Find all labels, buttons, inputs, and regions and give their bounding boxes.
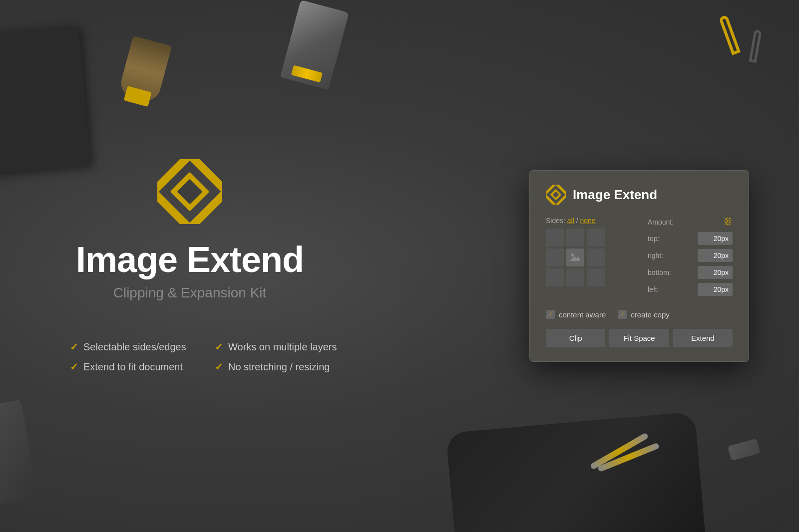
sides-section: Sides: all / none xyxy=(546,217,636,300)
side-cell-br[interactable] xyxy=(587,268,605,286)
brand-section: Image Extend Clipping & Expansion Kit ✓ … xyxy=(40,159,340,373)
side-cell-center xyxy=(566,249,584,266)
feature-item-2: ✓ Works on multiple layers xyxy=(215,341,340,353)
side-cell-bl[interactable] xyxy=(546,268,564,286)
amount-label: Amount: xyxy=(648,218,674,226)
feature-text-2: Works on multiple layers xyxy=(228,341,337,353)
feature-item-3: ✓ Extend to fit document xyxy=(70,361,195,373)
svg-point-8 xyxy=(571,254,574,257)
extend-button[interactable]: Extend xyxy=(673,329,733,347)
amount-section: Amount: ⛓ top: right: bottom: xyxy=(648,217,733,300)
link-chain-icon[interactable]: ⛓ xyxy=(724,217,733,227)
create-copy-item: ✓ create copy xyxy=(618,310,670,319)
app-subtitle: Clipping & Expansion Kit xyxy=(113,285,267,301)
checkboxes-row: ✓ content aware ✓ create copy xyxy=(546,310,733,319)
main-content: Image Extend Clipping & Expansion Kit ✓ … xyxy=(0,0,799,532)
side-cell-tc[interactable] xyxy=(566,229,584,247)
top-input[interactable] xyxy=(698,232,733,245)
sides-label: Sides: all / none xyxy=(546,217,636,225)
sides-all-link[interactable]: all xyxy=(567,217,574,225)
create-copy-label: create copy xyxy=(631,310,670,319)
app-logo-icon xyxy=(157,159,222,224)
feature-item-1: ✓ Selectable sides/edges xyxy=(70,341,195,353)
side-cell-mr[interactable] xyxy=(587,249,605,266)
right-label: right: xyxy=(648,252,678,260)
side-cell-bc[interactable] xyxy=(566,268,584,286)
panel-header: Image Extend xyxy=(546,185,733,205)
right-input-row: right: xyxy=(648,249,733,262)
amount-header: Amount: ⛓ xyxy=(648,217,733,227)
top-label: top: xyxy=(648,235,678,243)
left-input[interactable] xyxy=(698,283,733,296)
bottom-input[interactable] xyxy=(698,266,733,279)
feature-item-4: ✓ No stretching / resizing xyxy=(215,361,340,373)
top-input-row: top: xyxy=(648,232,733,245)
left-label: left: xyxy=(648,285,678,293)
right-input[interactable] xyxy=(698,249,733,262)
clip-button[interactable]: Clip xyxy=(546,329,605,347)
panel-body: Sides: all / none xyxy=(546,217,733,300)
panel-section: Image Extend Sides: all / none xyxy=(519,170,759,362)
content-aware-checkbox[interactable]: ✓ xyxy=(546,310,555,319)
panel-logo-icon xyxy=(546,185,566,205)
check-icon-1: ✓ xyxy=(70,341,78,353)
left-input-row: left: xyxy=(648,283,733,296)
app-title: Image Extend xyxy=(76,239,304,280)
feature-text-4: No stretching / resizing xyxy=(228,361,330,373)
check-icon-3: ✓ xyxy=(70,361,78,373)
features-grid: ✓ Selectable sides/edges ✓ Works on mult… xyxy=(40,341,340,373)
feature-text-3: Extend to fit document xyxy=(83,361,183,373)
side-cell-tr[interactable] xyxy=(587,229,605,247)
action-buttons: Clip Fit Space Extend xyxy=(546,329,733,347)
bottom-label: bottom: xyxy=(648,268,678,276)
plugin-panel: Image Extend Sides: all / none xyxy=(529,170,749,362)
create-copy-checkbox[interactable]: ✓ xyxy=(618,310,627,319)
content-aware-label: content aware xyxy=(559,310,606,319)
sides-none-link[interactable]: none xyxy=(580,217,596,225)
panel-title: Image Extend xyxy=(573,187,657,203)
fit-space-button[interactable]: Fit Space xyxy=(609,329,669,347)
content-aware-item: ✓ content aware xyxy=(546,310,606,319)
side-cell-ml[interactable] xyxy=(546,249,564,266)
image-preview-icon xyxy=(566,249,584,266)
sides-grid xyxy=(546,229,606,286)
check-icon-4: ✓ xyxy=(215,361,223,373)
side-cell-tl[interactable] xyxy=(546,229,564,247)
feature-text-1: Selectable sides/edges xyxy=(83,341,186,353)
bottom-input-row: bottom: xyxy=(648,266,733,279)
check-icon-2: ✓ xyxy=(215,341,223,353)
